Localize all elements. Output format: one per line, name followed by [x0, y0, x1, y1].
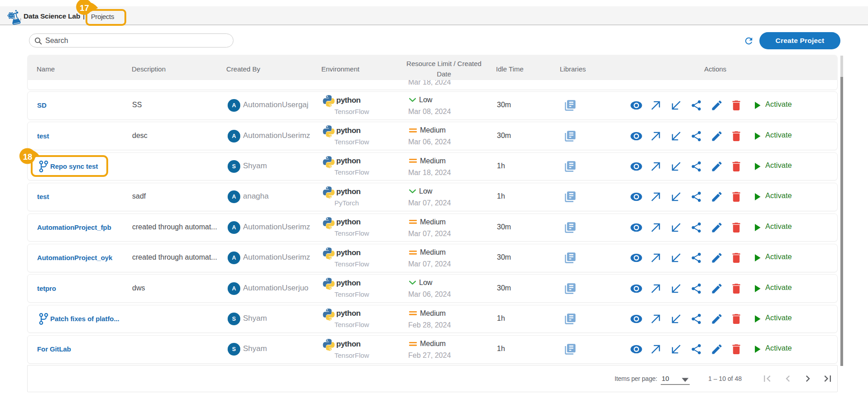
svg-text:18: 18	[23, 152, 33, 161]
svg-text:17: 17	[80, 3, 89, 13]
